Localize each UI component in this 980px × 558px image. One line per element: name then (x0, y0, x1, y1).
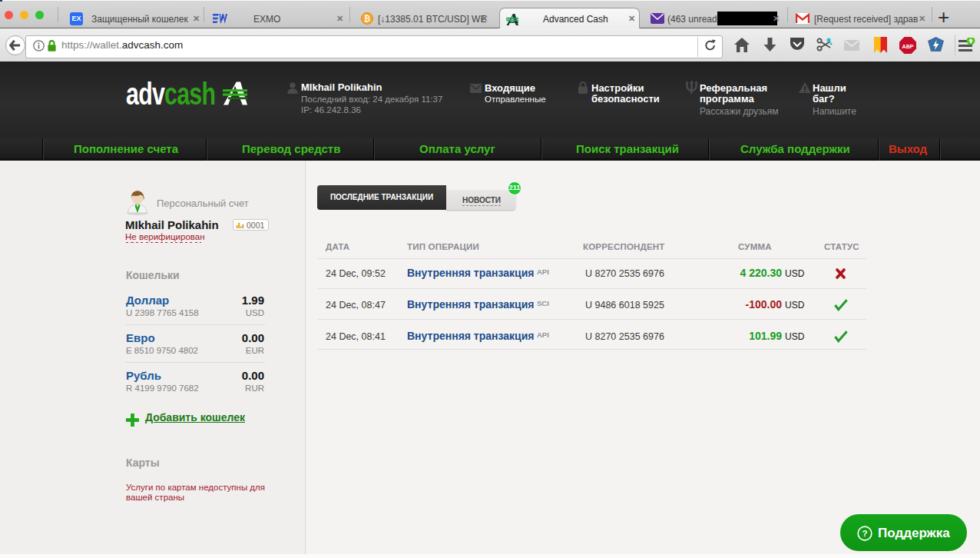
svg-text:?: ? (862, 529, 867, 538)
svg-text:ABP: ABP (902, 44, 914, 49)
